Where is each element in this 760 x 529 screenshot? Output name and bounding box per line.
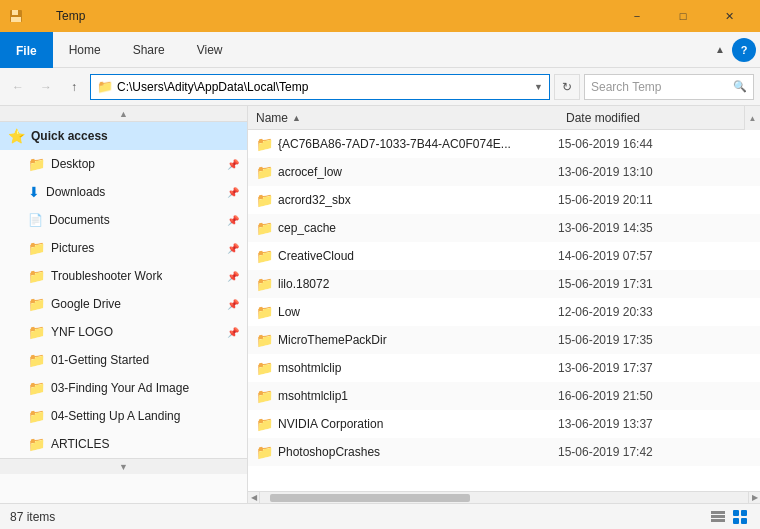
tab-home[interactable]: Home — [53, 32, 117, 68]
maximize-button[interactable]: □ — [660, 0, 706, 32]
pin-icon-documents: 📌 — [227, 215, 239, 226]
folder-icon-troubleshooter: 📁 — [28, 268, 45, 284]
column-date[interactable]: Date modified — [566, 111, 752, 125]
list-view-button[interactable] — [708, 507, 728, 527]
sidebar-item-label: 03-Finding Your Ad Image — [51, 381, 189, 395]
folder-icon-finding-ad: 📁 — [28, 380, 45, 396]
folder-icon-row: 📁 — [256, 220, 278, 236]
save-icon — [8, 8, 24, 24]
table-row[interactable]: 📁 acrord32_sbx 15-06-2019 20:11 — [248, 186, 760, 214]
sidebar-item-downloads[interactable]: ⬇ Downloads 📌 — [0, 178, 247, 206]
h-scroll-left-icon: ◀ — [251, 493, 257, 502]
sidebar-item-label: Google Drive — [51, 297, 121, 311]
folder-icon — [28, 8, 44, 24]
table-row[interactable]: 📁 msohtmlclip 13-06-2019 17:37 — [248, 354, 760, 382]
tab-share[interactable]: Share — [117, 32, 181, 68]
sidebar-item-label: Quick access — [31, 129, 108, 143]
file-name: NVIDIA Corporation — [278, 417, 558, 431]
table-row[interactable]: 📁 Low 12-06-2019 20:33 — [248, 298, 760, 326]
sidebar-scroll-up: ▲ — [119, 109, 128, 119]
sidebar-item-google-drive[interactable]: 📁 Google Drive 📌 — [0, 290, 247, 318]
file-rows: 📁 {AC76BA86-7AD7-1033-7B44-AC0F074E... 1… — [248, 130, 760, 491]
folder-icon-row: 📁 — [256, 416, 278, 432]
sidebar-item-finding-ad[interactable]: 📁 03-Finding Your Ad Image — [0, 374, 247, 402]
folder-icon-documents: 📄 — [28, 213, 43, 227]
window-title: Temp — [50, 9, 608, 23]
up-button[interactable]: ↑ — [62, 75, 86, 99]
address-folder-icon: 📁 — [97, 79, 113, 94]
sidebar-item-documents[interactable]: 📄 Documents 📌 — [0, 206, 247, 234]
file-date: 16-06-2019 21:50 — [558, 389, 752, 403]
close-button[interactable]: ✕ — [706, 0, 752, 32]
back-button[interactable]: ← — [6, 75, 30, 99]
file-date: 15-06-2019 17:31 — [558, 277, 752, 291]
pin-icon-pictures: 📌 — [227, 243, 239, 254]
folder-icon-row: 📁 — [256, 276, 278, 292]
sidebar-item-label: YNF LOGO — [51, 325, 113, 339]
folder-icon-row: 📁 — [256, 248, 278, 264]
table-row[interactable]: 📁 CreativeCloud 14-06-2019 07:57 — [248, 242, 760, 270]
svg-rect-3 — [711, 511, 725, 514]
folder-icon-row: 📁 — [256, 136, 278, 152]
sidebar-item-troubleshooter[interactable]: 📁 Troubleshooter Work 📌 — [0, 262, 247, 290]
view-toggle — [708, 507, 750, 527]
sidebar-item-label: ARTICLES — [51, 437, 109, 451]
folder-icon-landing: 📁 — [28, 408, 45, 424]
file-list-header: Name ▲ Date modified ▲ — [248, 106, 760, 130]
folder-icon-articles: 📁 — [28, 436, 45, 452]
folder-icon-ynf-logo: 📁 — [28, 324, 45, 340]
h-scroll-thumb[interactable] — [270, 494, 470, 502]
sidebar-item-landing[interactable]: 📁 04-Setting Up A Landing — [0, 402, 247, 430]
address-path: C:\Users\Adity\AppData\Local\Temp — [117, 80, 530, 94]
table-row[interactable]: 📁 MicroThemePackDir 15-06-2019 17:35 — [248, 326, 760, 354]
ribbon-collapse-button[interactable]: ▲ — [708, 38, 732, 62]
table-row[interactable]: 📁 {AC76BA86-7AD7-1033-7B44-AC0F074E... 1… — [248, 130, 760, 158]
tab-file[interactable]: File — [0, 32, 53, 68]
column-name[interactable]: Name ▲ — [256, 111, 566, 125]
file-name: msohtmlclip — [278, 361, 558, 375]
sidebar-item-label: 04-Setting Up A Landing — [51, 409, 180, 423]
sidebar-item-label: Desktop — [51, 157, 95, 171]
sidebar-item-getting-started[interactable]: 📁 01-Getting Started — [0, 346, 247, 374]
minimize-button[interactable]: − — [614, 0, 660, 32]
search-box[interactable]: Search Temp 🔍 — [584, 74, 754, 100]
sidebar-item-desktop[interactable]: 📁 Desktop 📌 — [0, 150, 247, 178]
folder-icon-row: 📁 — [256, 332, 278, 348]
file-list-scroll-up: ▲ — [749, 114, 757, 123]
sidebar-item-label: 01-Getting Started — [51, 353, 149, 367]
svg-rect-9 — [741, 518, 747, 524]
sidebar-item-ynf-logo[interactable]: 📁 YNF LOGO 📌 — [0, 318, 247, 346]
sidebar-item-quick-access[interactable]: ⭐ Quick access — [0, 122, 247, 150]
table-row[interactable]: 📁 lilo.18072 15-06-2019 17:31 — [248, 270, 760, 298]
help-button[interactable]: ? — [732, 38, 756, 62]
ribbon: File Home Share View ▲ ? — [0, 32, 760, 68]
sidebar: ▲ ⭐ Quick access 📁 Desktop 📌 ⬇ Downloads… — [0, 106, 248, 503]
address-dropdown-icon[interactable]: ▼ — [534, 82, 543, 92]
table-row[interactable]: 📁 acrocef_low 13-06-2019 13:10 — [248, 158, 760, 186]
title-bar-icons — [8, 8, 44, 24]
table-row[interactable]: 📁 PhotoshopCrashes 15-06-2019 17:42 — [248, 438, 760, 466]
horizontal-scrollbar[interactable]: ◀ ▶ — [248, 491, 760, 503]
table-row[interactable]: 📁 msohtmlclip1 16-06-2019 21:50 — [248, 382, 760, 410]
folder-icon-desktop: 📁 — [28, 156, 45, 172]
status-bar: 87 items — [0, 503, 760, 529]
file-date: 13-06-2019 14:35 — [558, 221, 752, 235]
forward-button[interactable]: → — [34, 75, 58, 99]
file-name: {AC76BA86-7AD7-1033-7B44-AC0F074E... — [278, 137, 558, 151]
address-box[interactable]: 📁 C:\Users\Adity\AppData\Local\Temp ▼ — [90, 74, 550, 100]
file-name: MicroThemePackDir — [278, 333, 558, 347]
sidebar-item-label: Documents — [49, 213, 110, 227]
tab-view[interactable]: View — [181, 32, 239, 68]
window-controls: − □ ✕ — [614, 0, 752, 32]
table-row[interactable]: 📁 cep_cache 13-06-2019 14:35 — [248, 214, 760, 242]
pin-icon-ynf-logo: 📌 — [227, 327, 239, 338]
svg-rect-4 — [711, 515, 725, 518]
detail-view-button[interactable] — [730, 507, 750, 527]
sidebar-item-pictures[interactable]: 📁 Pictures 📌 — [0, 234, 247, 262]
folder-icon-getting-started: 📁 — [28, 352, 45, 368]
sidebar-item-articles[interactable]: 📁 ARTICLES — [0, 430, 247, 458]
refresh-button[interactable]: ↻ — [554, 74, 580, 100]
folder-icon-downloads: ⬇ — [28, 184, 40, 200]
folder-icon-row: 📁 — [256, 164, 278, 180]
table-row[interactable]: 📁 NVIDIA Corporation 13-06-2019 13:37 — [248, 410, 760, 438]
